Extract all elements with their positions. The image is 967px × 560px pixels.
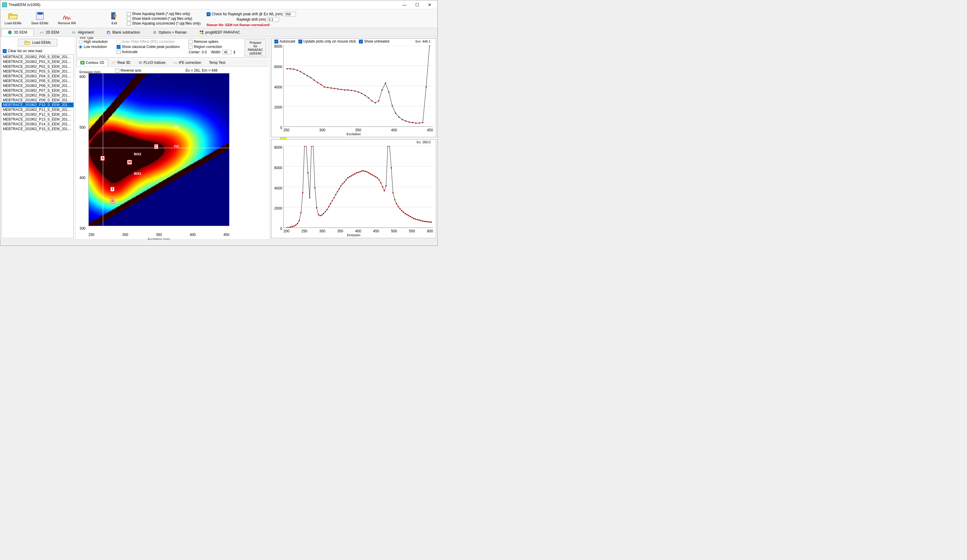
show-aqualog-uncorrected-check[interactable]: Show Aqualog uncorrected (*.opj files on… [127,21,201,25]
tab-alignment[interactable]: Alignment [65,29,100,36]
curve-icon [40,30,44,35]
file-item[interactable]: MEBTRACE_201902_P03_S_EEM_2019-03-21.OP [2,69,73,74]
minimize-button[interactable]: — [398,1,411,8]
show-aqualog-blank-check[interactable]: Show Aqualog blank (*.opj files only) [127,12,201,16]
reverse-axis-check[interactable]: Reverse axis [116,68,141,72]
file-item[interactable]: MEBTRACE_201902_P01_S_EEM_2019-03-21.OP [2,59,73,64]
file-item[interactable]: MEBTRACE_201902_P00_S_EEM_2019-03-21.OP [2,54,73,59]
svg-point-131 [396,203,397,204]
prepare-parafac-button[interactable]: Prepare for PARAFAC (drEEM) [245,40,267,56]
file-item[interactable]: MEBTRACE_201902_P08_S_EEM_2019-03-25.OP [2,93,73,98]
show-coble-check[interactable]: ✓Show classical Coble peak positions [117,44,180,49]
tab-options-raman[interactable]: Options + Raman [146,29,193,36]
peak-marker-fi2: FI2 [174,125,179,129]
ex-wl-input[interactable] [284,12,296,16]
svg-point-32 [327,87,328,89]
autoscale-check[interactable]: Autoscale [117,50,180,54]
load-eems-button[interactable]: Load EEMs [3,10,23,25]
tab-2d-eem[interactable]: 2D EEM [34,29,66,36]
subtab-ife-correction[interactable]: IFE correction [169,59,205,66]
curve-icon [173,61,178,64]
svg-point-93 [330,203,331,204]
contour-plot[interactable]: AMCTBBIX1BIX2FI1FI2 [89,73,229,226]
mp-show-untreated-check[interactable]: ✓Show untreated [359,39,389,43]
file-item[interactable]: MEBTRACE_201902_P06_S_EEM_2019-03-25.OP [2,83,73,88]
x-axis-ticks: 250300350400450 [89,232,229,237]
file-item[interactable]: MEBTRACE_201902_P11_S_EEM_2019-03-25.OP [2,107,73,112]
subtab-contour-2d[interactable]: Contour 2D [76,59,108,66]
file-item[interactable]: MEBTRACE_201902_P13_S_EEM_2019-03-26.OP [2,117,73,122]
low-resolution-radio[interactable]: Low resolution [79,44,108,49]
subtab-fluo-indices[interactable]: FLUO Indices [134,59,169,66]
subtab-temp-test[interactable]: Temp Test [205,59,229,66]
svg-point-111 [361,170,363,172]
file-item[interactable]: MEBTRACE_201902_P04_S_EEM_2019-03-22.OP [2,74,73,79]
subtab-real-3d[interactable]: Real 3D [108,59,134,66]
view-subtabs: Contour 2D Real 3D FLUO Indices IFE corr… [76,59,268,67]
file-item[interactable]: MEBTRACE_201902_P05_S_EEM_2019-03-22.OP [2,79,73,83]
file-item[interactable]: MEBTRACE_201902_P02_S_EEM_2019-03-21.OP [2,64,73,69]
rayleigh-drift-input[interactable] [267,17,279,22]
width-input[interactable] [223,50,231,54]
tab-progmeef-parafac[interactable]: progMEEF PARAFAC [193,29,246,36]
svg-point-146 [422,220,423,222]
svg-point-86 [318,214,319,216]
svg-point-109 [358,172,359,173]
high-resolution-radio[interactable]: High resolution [79,40,108,44]
layers-icon [106,30,111,35]
check-rayleigh-drift-check[interactable]: ✓Check for Rayleigh peak drift @ [206,12,263,16]
svg-point-51 [392,105,393,107]
list-icon [138,61,142,64]
em-readout: Em: 446.1 [416,40,433,43]
width-spinner[interactable]: ▲▼ [233,50,236,54]
maximize-button[interactable]: ☐ [411,1,423,8]
svg-point-57 [412,122,413,123]
cube-icon [8,30,12,35]
mp-update-click-check[interactable]: ✓Update plots only on mouse click [298,39,356,43]
clear-list-check[interactable]: ✓Clear list on new load [0,48,75,54]
svg-point-85 [316,207,317,208]
main-toolbar: Load EEMs Save EEMs Remove RR Exit Show … [0,9,437,28]
svg-rect-9 [200,31,201,32]
svg-point-104 [349,176,350,178]
svg-point-48 [381,89,383,91]
region-correction-check[interactable]: Region correction [188,44,235,49]
excitation-slice-plot[interactable]: ✓Autoscale ✓Update plots only on mouse c… [271,38,436,137]
save-eems-button[interactable]: Save EEMs [30,10,50,25]
close-button[interactable]: ✕ [424,1,436,8]
remove-rr-button[interactable]: Remove RR [56,10,78,25]
svg-point-116 [370,173,371,175]
emission-slice-plot[interactable]: Ex: 260.0 80006000400020000 200250300350… [271,139,436,238]
exit-button[interactable]: Exit [108,10,121,25]
file-item[interactable]: MEBTRACE_201902_P14_S_EEM_2019-03-26.OP [2,122,73,127]
mp-autoscale-check[interactable]: ✓Autoscale [274,39,295,43]
svg-point-30 [320,84,322,86]
file-item[interactable]: MEBTRACE_201902_P15_S_EEM_2019-03-26.OP [2,127,73,131]
load-eems-side-button[interactable]: Load EEMs [18,39,57,46]
svg-point-84 [314,187,315,189]
svg-point-60 [422,122,423,123]
file-item[interactable]: MEBTRACE_201902_P09_S_EEM_2019-03-25.OP [2,98,73,102]
svg-point-90 [325,211,326,212]
tab-blank-subtraction[interactable]: Blank subtraction [100,29,146,36]
file-item[interactable]: MEBTRACE_201902_P10_S_EEM_2019-03-25.OP [2,102,73,107]
file-item[interactable]: MEBTRACE_201902_P12_S_EEM_2019-03-25.OP [2,112,73,117]
svg-point-96 [335,194,337,196]
svg-point-8 [154,32,155,33]
svg-point-46 [375,102,376,104]
svg-point-36 [341,89,342,90]
svg-point-14 [81,62,84,64]
remove-spikes-check[interactable]: Remove spikes [188,40,235,44]
svg-point-92 [328,206,330,208]
file-item[interactable]: MEBTRACE_201902_P07_S_EEM_2019-03-25.OP [2,88,73,93]
peak-marker-b: B [111,199,115,203]
svg-point-20 [286,68,287,69]
show-blank-corrected-check[interactable]: Show blank corrected (*.opj files only) [127,16,201,21]
svg-point-107 [354,173,355,175]
svg-point-56 [409,122,410,123]
svg-point-74 [297,223,298,224]
svg-point-98 [338,188,340,189]
gear-icon [153,30,157,35]
tab-3d-eem[interactable]: 3D EEM [2,29,34,36]
file-list[interactable]: MEBTRACE_201902_P00_S_EEM_2019-03-21.OPM… [2,54,74,238]
